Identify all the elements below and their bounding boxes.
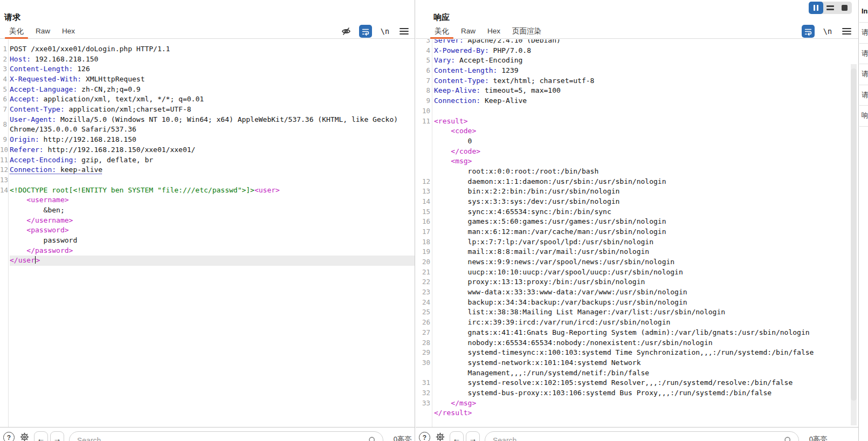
code-row: Connection: keep-alive: [10, 165, 415, 175]
code-segment: Accept:: [10, 95, 39, 103]
settings-gear-icon[interactable]: [19, 431, 30, 441]
previous-match-button[interactable]: ←: [34, 431, 48, 441]
code-line: 26 irc:x:39:39:ircd:/var/run/ircd:/usr/s…: [416, 318, 858, 328]
code-segment: Referer:: [10, 146, 44, 154]
request-search-input[interactable]: [69, 431, 383, 441]
line-content: systemd-resolve:x:102:105:systemd Resolv…: [430, 378, 858, 388]
code-row: news:x:9:9:news:/var/spool/news:/usr/sbi…: [434, 257, 858, 267]
vertical-scrollbar[interactable]: [851, 64, 857, 425]
code-line: 12 daemon:x:1:1:daemon:/usr/sbin:/usr/sb…: [416, 177, 858, 187]
line-content: <!DOCTYPE root[<!ENTITY ben SYSTEM "file…: [7, 185, 415, 266]
code-row: <password>: [10, 225, 415, 236]
code-segment: </password>: [26, 246, 73, 254]
request-panel: 请求 美化RawHex \n 1POST /xxe01/xxe01/doLo: [0, 0, 415, 441]
line-number: 17: [416, 227, 430, 237]
code-segment: lp:x:7:7:lp:/var/spool/lpd:/usr/sbin/nol…: [434, 238, 653, 246]
help-icon[interactable]: ?: [3, 432, 15, 441]
newline-icon[interactable]: \n: [822, 25, 833, 37]
menu-icon[interactable]: [841, 25, 852, 37]
code-line: 25 list:x:38:38:Mailing List Manager:/va…: [416, 307, 858, 318]
code-row: [10, 175, 415, 185]
line-content: Content-Type: text/html; charset=utf-8: [430, 76, 858, 86]
code-segment: <code>: [451, 127, 476, 135]
line-number: 32: [416, 388, 430, 398]
tab-Raw[interactable]: Raw: [30, 24, 56, 38]
code-row: www-data:x:33:33:www-data:/var/www:/usr/…: [434, 287, 858, 298]
response-panel-title: 响应: [433, 12, 450, 23]
code-segment: zh-CN,zh;q=0.9: [77, 85, 140, 93]
menu-icon[interactable]: [398, 25, 410, 37]
line-content: systemd-network:x:101:104:systemd Networ…: [430, 358, 858, 378]
code-segment: 126: [73, 65, 89, 73]
code-row: irc:x:39:39:ircd:/var/run/ircd:/usr/sbin…: [434, 318, 858, 328]
code-row: <username>: [10, 195, 415, 205]
word-wrap-icon[interactable]: [359, 25, 372, 38]
next-match-button[interactable]: →: [466, 431, 480, 441]
line-content: Accept: application/xml, text/xml, */*; …: [7, 94, 415, 105]
inspector-section-请求头[interactable]: 请求头: [859, 85, 868, 106]
stop-button[interactable]: [837, 2, 852, 14]
code-line: 24 backup:x:34:34:backup:/var/backups:/u…: [416, 298, 858, 308]
line-content: lp:x:7:7:lp:/var/spool/lpd:/usr/sbin/nol…: [430, 237, 858, 247]
word-wrap-icon[interactable]: [802, 25, 815, 38]
magnifier-icon: [784, 436, 793, 441]
code-line: 8Keep-Alive: timeout=5, max=100: [416, 86, 858, 96]
line-number: 26: [416, 318, 430, 328]
request-editor[interactable]: 1POST /xxe01/xxe01/doLogin.php HTTP/1.12…: [0, 39, 415, 427]
line-number: 3: [416, 39, 430, 46]
code-segment: systemd-network:x:101:104:systemd Networ…: [434, 359, 641, 367]
inspector-section-请求属性[interactable]: 请求属性: [859, 23, 868, 44]
code-row: Server: Apache/2.4.10 (Debian): [434, 39, 858, 46]
code-line: 6Content-Length: 1239: [416, 66, 858, 76]
pause-button[interactable]: [809, 2, 823, 14]
line-number: 6: [416, 66, 430, 76]
tab-美化[interactable]: 美化: [429, 24, 455, 38]
code-segment: Keep-Alive: [480, 97, 527, 105]
line-number: 9: [416, 96, 430, 106]
code-segment: application/xml, text/xml, */*; q=0.01: [39, 95, 204, 103]
line-content: Server: Apache/2.4.10 (Debian): [430, 39, 858, 46]
line-content: User-Agent: Mozilla/5.0 (Windows NT 10.0…: [7, 115, 415, 135]
scrollbar-thumb[interactable]: [851, 68, 857, 401]
response-editor[interactable]: 3Server: Apache/2.4.10 (Debian)4X-Powere…: [416, 39, 858, 427]
code-row: <result>: [434, 116, 858, 127]
code-row: systemd-resolve:x:102:105:systemd Resolv…: [434, 378, 858, 388]
tab-Hex[interactable]: Hex: [56, 24, 81, 38]
newline-icon[interactable]: \n: [379, 25, 391, 37]
code-segment: [434, 147, 451, 155]
hide-eye-icon[interactable]: [340, 25, 352, 37]
code-line: 14 sys:x:3:3:sys:/dev:/usr/sbin/nologin: [416, 197, 858, 207]
previous-match-button[interactable]: ←: [450, 431, 464, 441]
settings-gear-icon[interactable]: [435, 431, 446, 441]
next-match-button[interactable]: →: [50, 431, 64, 441]
line-content: gnats:x:41:41:Gnats Bug-Reporting System…: [430, 328, 858, 338]
code-segment: X-Requested-With:: [10, 75, 81, 83]
gutter-divider: [8, 39, 9, 427]
code-line: 16 games:x:5:60:games:/usr/games:/usr/sb…: [416, 217, 858, 227]
response-search-input[interactable]: [485, 431, 799, 441]
code-segment: Content-Length:: [10, 65, 73, 73]
highlight-count-label: 0高亮: [809, 435, 827, 441]
code-row: password: [10, 236, 415, 246]
code-line: 13: [0, 175, 415, 185]
tab-Hex[interactable]: Hex: [481, 24, 506, 38]
code-segment: [10, 216, 26, 224]
code-line: 14<!DOCTYPE root[<!ENTITY ben SYSTEM "fi…: [0, 185, 415, 266]
code-segment: Content-Type:: [434, 77, 489, 85]
code-segment: www-data:x:33:33:www-data:/var/www:/usr/…: [434, 288, 687, 296]
code-row: <msg>: [434, 156, 858, 167]
inspector-section-请求查询参数[interactable]: 请求查询参数: [859, 44, 868, 65]
inspector-section-请求正文参数[interactable]: 请求正文参数: [859, 64, 868, 85]
code-line: 19 mail:x:8:8:mail:/var/mail:/usr/sbin/n…: [416, 247, 858, 257]
line-content: </msg></result>: [430, 398, 858, 418]
code-row: uucp:x:10:10:uucp:/var/spool/uucp:/usr/s…: [434, 267, 858, 278]
line-number: 3: [0, 64, 7, 74]
inspector-section-响应头[interactable]: 响应头: [859, 106, 868, 127]
tab-美化[interactable]: 美化: [3, 24, 30, 38]
tab-页面渲染[interactable]: 页面渲染: [506, 24, 547, 38]
code-row: &ben;: [10, 205, 415, 216]
help-icon[interactable]: ?: [419, 432, 430, 441]
tab-Raw[interactable]: Raw: [455, 24, 481, 38]
split-rows-button[interactable]: [823, 2, 838, 14]
line-content: irc:x:39:39:ircd:/var/run/ircd:/usr/sbin…: [430, 318, 858, 328]
